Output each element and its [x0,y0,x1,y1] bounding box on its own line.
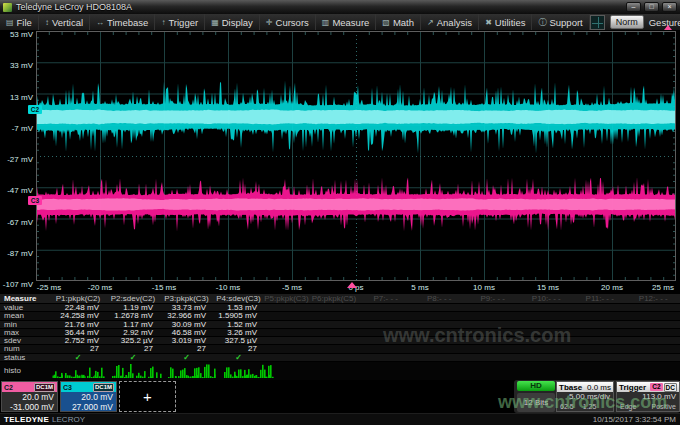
measure-cell: 1.17 mV [106,321,160,329]
trigger-type: Edge [620,402,636,412]
y-axis-label: -7 mV [0,123,33,132]
menu-item-analysis[interactable]: ↗Analysis [421,14,479,30]
measure-column-header[interactable]: P5:pkpk(C3) [264,294,309,303]
status-check-icon: ✓ [160,354,213,362]
measure-column-header[interactable]: P7:- - - [359,294,413,303]
measure-header-row: MeasureP1:pkpk(C2)P2:sdev(C2)P3:pkpk(C3)… [0,294,680,304]
measure-column-header[interactable]: P9:- - - [466,294,520,303]
measure-cell: 22.48 mV [50,304,106,312]
measure-row-max: max36.44 mV2.92 mV46.58 mV3.26 mV [0,329,680,337]
menu-item-trigger[interactable]: ↑Trigger [155,14,205,30]
x-axis-label: -20 ms [88,283,112,292]
coupling-badge: DC1M [93,383,114,392]
hd-mode-badge[interactable]: HD [517,381,555,391]
menu-item-label: Display [222,17,253,28]
measure-row-num: num27272727 [0,345,680,353]
channel-name: C2 [4,384,13,391]
menu-item-file[interactable]: ▤File [0,14,39,30]
oscilloscope-app: Teledyne LeCroy HDO8108A –□× ▤File↕Verti… [0,0,680,425]
measure-column-header[interactable]: P4:sdev(C3) [213,294,264,303]
menu-item-math[interactable]: ▧Math [376,14,421,30]
measure-title: Measure [0,295,50,303]
measure-cell: 1.2678 mV [106,312,160,320]
menu-item-measure[interactable]: ▥Measure [316,14,377,30]
measure-cell: 36.44 mV [50,329,106,337]
measure-cell: 1.5905 mV [213,312,264,320]
waveform-grid[interactable] [36,31,676,281]
channel-vdiv: 20.0 mV [64,392,113,402]
trigger-time-marker[interactable] [347,282,357,288]
trigger-title: Trigger [619,383,646,392]
measure-icon: ▥ [322,18,330,27]
utilities-icon: ✖ [485,18,492,27]
y-axis-label: 13 mV [0,92,33,101]
channel-descriptor-c2[interactable]: C2DC1M20.0 mV-31.000 mV [1,381,58,412]
y-axis-label: -47 mV [0,186,33,195]
channel-offset: 27.000 mV [64,402,113,412]
y-axis-label: -107 mV [0,280,33,289]
menu-item-label: Vertical [52,17,83,28]
support-icon: ⓘ [538,17,546,28]
measure-column-header[interactable]: P6:pkpk(C5) [309,294,359,303]
measure-cell: 27 [106,345,160,353]
minimize-button[interactable]: – [626,2,641,12]
trigger-descriptor[interactable]: Trigger C2 DC 113.0 mV EdgePositive [616,381,680,412]
horizontal-arrows-icon: ↔ [96,18,104,27]
measure-cell: 27 [50,345,106,353]
measure-column-header[interactable]: P11:- - - [573,294,627,303]
menu-item-cursors[interactable]: ✛Cursors [260,14,316,30]
y-axis-label: -27 mV [0,155,33,164]
trigger-header: Trigger C2 DC [617,382,679,392]
measure-column-header[interactable]: P3:pkpk(C3) [160,294,213,303]
measure-column-header[interactable]: P1:pkpk(C2) [50,294,106,303]
menu-item-label: Timebase [107,17,148,28]
channel-header: C2DC1M [2,382,57,392]
scope-display-area: 53 mV33 mV13 mV-7 mV-27 mV-47 mV-67 mV-8… [0,31,680,294]
timebase-descriptor[interactable]: Tbase 0.0 ms 5.00 ms/div 62.5 MS1.25 GS/… [556,381,614,412]
timebase-header: Tbase 0.0 ms [557,382,613,392]
measure-column-header[interactable]: P8:- - - [413,294,467,303]
measure-column-header[interactable]: P10:- - - [520,294,574,303]
menu-item-vertical[interactable]: ↕Vertical [39,14,90,30]
add-channel-button[interactable]: + [119,381,176,412]
channel-settings: 20.0 mV-31.000 mV [2,392,57,412]
measure-histogram-row: histo [0,362,680,380]
menu-item-utilities[interactable]: ✖Utilities [479,14,532,30]
window-controls: –□× [626,2,677,12]
measure-cell: 27 [213,345,264,353]
measure-cell: 327.5 µV [213,337,264,345]
trigger-source-badge: C2 [650,383,662,391]
channel-marker-c2[interactable]: C2 [28,105,42,114]
trigger-body: 113.0 mV EdgePositive [617,392,679,412]
bottom-panel: C2DC1M20.0 mV-31.000 mVC3DC1M20.0 mV27.0… [0,380,680,413]
menu-item-display[interactable]: ▦Display [205,14,260,30]
app-icon [3,3,12,12]
trigger-level-marker[interactable] [664,25,672,30]
brand-lecroy: LECROY [52,415,85,424]
x-axis-label: 20 ms [601,283,623,292]
channel-marker-c3[interactable]: C3 [28,196,42,205]
menu-items: ▤File↕Vertical↔Timebase↑Trigger▦Display✛… [0,14,590,30]
menu-item-support[interactable]: ⓘSupport [532,14,589,30]
menu-item-label: Support [549,17,582,28]
measure-cell: 46.58 mV [160,329,213,337]
measure-column-header[interactable]: P12:- - - [627,294,680,303]
y-axis-label: -67 mV [0,217,33,226]
maximize-button[interactable]: □ [644,2,659,12]
title-bar: Teledyne LeCroy HDO8108A –□× [0,0,680,14]
measure-row-min: min21.76 mV1.17 mV30.09 mV1.52 mV [0,321,680,329]
trigger-mode-norm-button[interactable]: Norm [610,15,644,29]
x-axis-label: -15 ms [152,283,176,292]
grid-layout-button[interactable] [590,15,605,30]
channel-name: C3 [63,384,72,391]
status-bar: TELEDYNE LECROY 10/15/2017 3:32:54 PM [0,413,680,425]
measure-cell: 21.76 mV [50,321,106,329]
channel-descriptor-c3[interactable]: C3DC1M20.0 mV27.000 mV [60,381,117,412]
menu-item-timebase[interactable]: ↔Timebase [90,14,155,30]
close-button[interactable]: × [662,2,677,12]
resolution-label: 12 Bits [517,393,555,412]
trigger-arrow-icon: ↑ [161,18,165,27]
clock-timestamp: 10/15/2017 3:32:54 PM [593,415,676,424]
measure-column-header[interactable]: P2:sdev(C2) [106,294,160,303]
measure-row-label: max [0,329,50,337]
